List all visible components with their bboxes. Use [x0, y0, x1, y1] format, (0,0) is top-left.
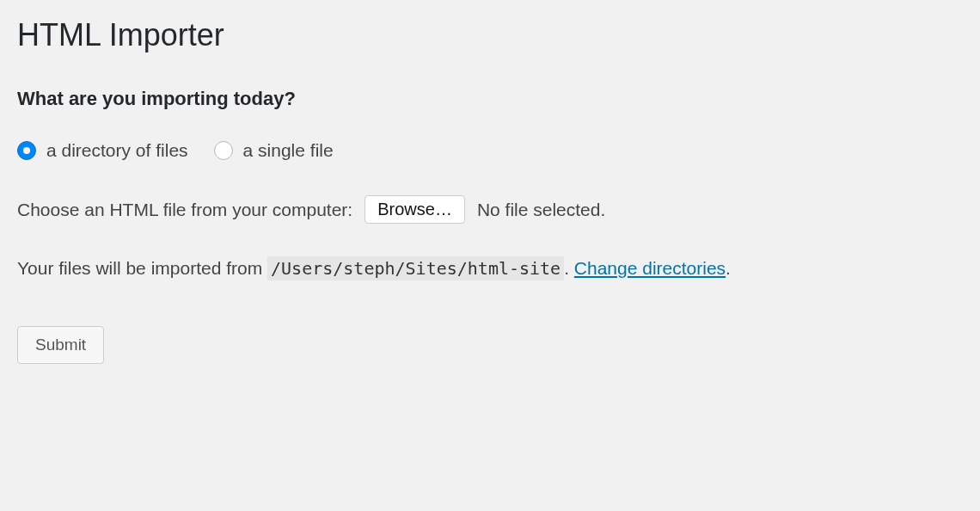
change-directories-link[interactable]: Change directories — [574, 258, 726, 278]
file-chooser-label: Choose an HTML file from your computer: — [17, 200, 352, 220]
import-path-code: /Users/steph/Sites/html-site — [267, 256, 564, 280]
radio-single-label: a single file — [243, 140, 334, 161]
import-path-dot: . — [564, 258, 574, 278]
file-status-text: No file selected. — [477, 200, 605, 220]
file-chooser-row: Choose an HTML file from your computer: … — [17, 195, 963, 224]
radio-single-icon — [214, 141, 233, 160]
radio-option-single-file[interactable]: a single file — [214, 140, 334, 161]
import-path-row: Your files will be imported from /Users/… — [17, 258, 963, 279]
import-question: What are you importing today? — [17, 88, 963, 110]
radio-directory-label: a directory of files — [46, 140, 188, 161]
page-title: HTML Importer — [17, 17, 963, 53]
radio-directory-icon — [17, 141, 36, 160]
import-path-prefix: Your files will be imported from — [17, 258, 267, 278]
import-path-suffix: . — [726, 258, 731, 278]
browse-button[interactable]: Browse… — [364, 195, 465, 224]
submit-button[interactable]: Submit — [17, 326, 104, 364]
import-type-radio-group: a directory of files a single file — [17, 140, 963, 161]
radio-option-directory[interactable]: a directory of files — [17, 140, 188, 161]
